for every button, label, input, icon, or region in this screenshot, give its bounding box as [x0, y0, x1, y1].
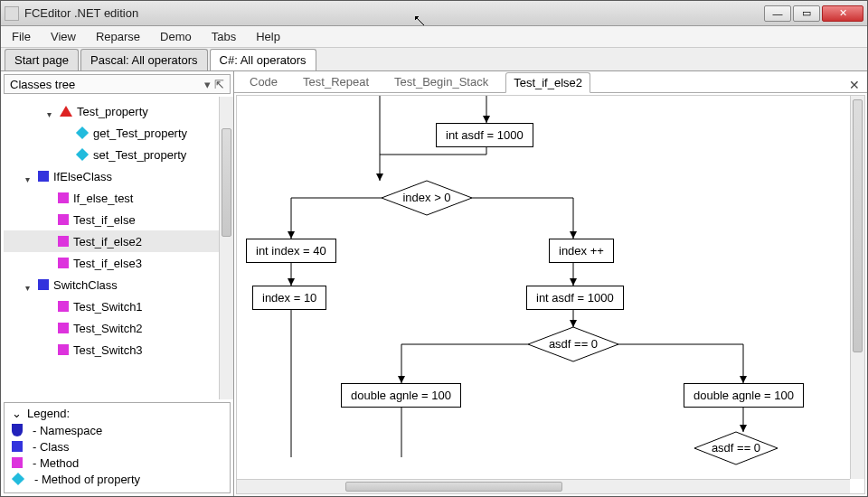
- flowchart-box[interactable]: double agnle = 100: [684, 383, 804, 408]
- legend-label: - Namespace: [33, 424, 102, 437]
- tree-item-label: Test_Switch1: [73, 300, 143, 314]
- tree-item-label: Test_property: [77, 105, 148, 118]
- legend-header[interactable]: ⌄ Legend:: [12, 407, 222, 420]
- titlebar[interactable]: FCEditor .NET edition ⭦ — ▭ ✕: [1, 1, 867, 26]
- window-buttons: — ▭ ✕: [764, 5, 863, 22]
- collapse-icon[interactable]: ⌄: [12, 407, 22, 420]
- flowchart-box[interactable]: index ++: [549, 239, 614, 263]
- pin-icon[interactable]: ⇱: [214, 78, 224, 91]
- tree-panel: Test_propertyget_Test_propertyset_Test_p…: [1, 97, 233, 399]
- tree-item[interactable]: set_Test_property: [4, 144, 233, 165]
- tree-item-label: Test_if_else3: [73, 257, 142, 270]
- tree-item[interactable]: IfElseClass: [4, 165, 233, 187]
- shield-icon: [12, 424, 23, 436]
- blue-sq-icon: [12, 441, 23, 452]
- cyan-diamond-icon: [76, 148, 89, 161]
- menubar: File View Reparse Demo Tabs Help: [1, 26, 867, 48]
- flowchart-box[interactable]: int asdf = 1000: [526, 286, 624, 310]
- tab-csharp[interactable]: C#: All operators: [210, 49, 316, 70]
- code-tabs: Code Test_Repeat Test_Begin_Stack Test_i…: [234, 71, 867, 93]
- tree-item[interactable]: Test_if_else: [4, 209, 233, 230]
- menu-reparse[interactable]: Reparse: [92, 28, 144, 45]
- mag-sq-icon: [58, 301, 69, 312]
- tree-item-label: set_Test_property: [93, 148, 186, 162]
- svg-marker-6: [376, 173, 383, 181]
- vertical-scrollbar[interactable]: [850, 96, 864, 479]
- tab-close-icon[interactable]: ✕: [849, 78, 860, 92]
- tree-item[interactable]: Test_Switch3: [4, 339, 233, 361]
- classes-tree[interactable]: Test_propertyget_Test_propertyset_Test_p…: [4, 97, 233, 364]
- svg-text:asdf ==  0: asdf == 0: [549, 337, 598, 351]
- svg-marker-26: [398, 376, 405, 383]
- sidebar-title: Classes tree: [10, 78, 75, 91]
- tree-item[interactable]: Test_if_else2: [4, 230, 233, 252]
- flowchart-box[interactable]: index = 10: [252, 286, 326, 310]
- tree-item-label: IfElseClass: [53, 170, 112, 183]
- menu-demo[interactable]: Demo: [156, 28, 195, 45]
- tree-item[interactable]: Test_Switch1: [4, 295, 233, 317]
- ctab-test-begin-stack[interactable]: Test_Begin_Stack: [386, 71, 496, 92]
- ctab-test-repeat[interactable]: Test_Repeat: [295, 71, 377, 92]
- mag-sq-icon: [12, 457, 23, 468]
- svg-marker-29: [740, 376, 747, 383]
- menu-view[interactable]: View: [47, 28, 80, 45]
- menu-file[interactable]: File: [8, 28, 34, 45]
- mag-sq-icon: [58, 344, 69, 355]
- expander-icon[interactable]: [47, 107, 56, 116]
- tree-item[interactable]: Test_Switch2: [4, 317, 233, 339]
- main-panel: Code Test_Repeat Test_Begin_Stack Test_i…: [234, 71, 867, 496]
- svg-marker-14: [570, 231, 577, 239]
- legend-label: - Class: [33, 440, 69, 454]
- sidebar-header[interactable]: Classes tree ▾ ⇱: [4, 74, 231, 94]
- mag-sq-icon: [58, 323, 69, 333]
- tree-item-label: Test_if_else: [73, 213, 136, 227]
- tree-item[interactable]: SwitchClass: [4, 274, 233, 295]
- window-title: FCEditor .NET edition: [24, 6, 764, 20]
- menu-help[interactable]: Help: [252, 28, 284, 45]
- file-tabs: Start page Pascal: All operators C#: All…: [1, 48, 867, 71]
- tree-scroll-thumb[interactable]: [222, 128, 231, 237]
- svg-marker-21: [570, 320, 577, 327]
- tree-item-label: SwitchClass: [53, 278, 118, 292]
- legend-panel: ⌄ Legend: - Namespace - Class - Method -…: [4, 402, 231, 493]
- tree-item[interactable]: get_Test_property: [4, 122, 233, 144]
- tree-item-label: If_else_test: [73, 192, 134, 205]
- app-icon: [5, 6, 19, 21]
- ctab-code[interactable]: Code: [241, 71, 286, 92]
- cyan-diamond-icon: [12, 473, 24, 485]
- tab-start-page[interactable]: Start page: [5, 49, 79, 70]
- close-button[interactable]: ✕: [822, 5, 863, 22]
- svg-text:index > 0: index > 0: [402, 191, 450, 204]
- tab-pascal[interactable]: Pascal: All operators: [80, 49, 208, 70]
- flowchart-box[interactable]: int index = 40: [246, 239, 336, 263]
- flowchart-box[interactable]: int asdf = 1000: [436, 123, 533, 147]
- cyan-diamond-icon: [76, 127, 89, 139]
- tree-scrollbar[interactable]: [219, 97, 233, 399]
- tree-item[interactable]: Test_if_else3: [4, 252, 233, 274]
- horizontal-scrollbar[interactable]: [237, 479, 850, 493]
- maximize-button[interactable]: ▭: [793, 5, 820, 22]
- flowchart-canvas[interactable]: index > 0asdf == 0asdf == 0 int asdf = 1…: [237, 96, 864, 493]
- flowchart-box[interactable]: double agnle = 100: [341, 383, 461, 408]
- tree-item-label: Test_if_else2: [73, 235, 142, 248]
- svg-marker-32: [740, 425, 747, 432]
- mag-sq-icon: [58, 258, 69, 268]
- vscroll-thumb[interactable]: [853, 99, 863, 352]
- menu-tabs[interactable]: Tabs: [208, 28, 240, 45]
- mag-sq-icon: [58, 214, 69, 225]
- mag-sq-icon: [58, 236, 69, 247]
- svg-marker-2: [483, 116, 490, 123]
- dropdown-icon[interactable]: ▾: [204, 78, 211, 91]
- flowchart-canvas-wrap: index > 0asdf == 0asdf == 0 int asdf = 1…: [236, 95, 865, 494]
- client-area: Classes tree ▾ ⇱ Test_propertyget_Test_p…: [1, 71, 867, 496]
- minimize-button[interactable]: —: [764, 5, 791, 22]
- ctab-test-if-else2[interactable]: Test_if_else2: [505, 72, 590, 93]
- svg-text:asdf ==  0: asdf == 0: [712, 441, 760, 455]
- hscroll-thumb[interactable]: [345, 482, 562, 492]
- legend-title: Legend:: [27, 407, 70, 420]
- tree-item[interactable]: If_else_test: [4, 187, 233, 209]
- tree-item[interactable]: Test_property: [4, 100, 233, 122]
- expander-icon[interactable]: [25, 280, 34, 289]
- expander-icon[interactable]: [25, 172, 34, 181]
- sidebar: Classes tree ▾ ⇱ Test_propertyget_Test_p…: [1, 71, 234, 496]
